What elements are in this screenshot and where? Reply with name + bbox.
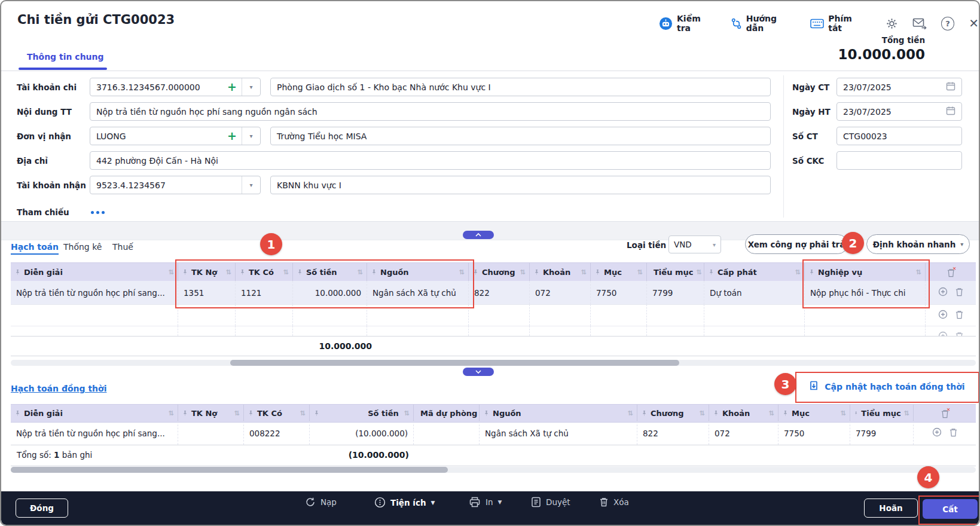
reload-button[interactable]: Nạp xyxy=(305,497,337,507)
cell-khoan[interactable]: 072 xyxy=(709,421,778,445)
col-khoan[interactable]: Khoản⇅ xyxy=(530,263,591,282)
col-tk-co[interactable]: TK Có⇅ xyxy=(236,263,293,282)
hscrollbar-thumb[interactable] xyxy=(230,360,679,366)
cell-nguon[interactable]: Ngân sách Xã tự chủ xyxy=(367,281,469,304)
col-nguon[interactable]: Nguồn⇅ xyxy=(480,405,637,422)
postpone-button[interactable]: Hoãn xyxy=(864,499,918,518)
delete-row-icon[interactable] xyxy=(949,427,958,439)
cell-nguon[interactable]: Ngân sách Xã tự chủ xyxy=(480,421,637,445)
col-khoan[interactable]: Khoản⇅ xyxy=(709,405,778,422)
cell-tieu-muc[interactable]: 7799 xyxy=(647,281,704,304)
col-so-tien[interactable]: Số tiền⇅ xyxy=(310,405,414,422)
add-row-icon[interactable] xyxy=(938,331,948,336)
col-muc[interactable]: Mục⇅ xyxy=(591,263,647,282)
cell-dien-giai[interactable]: Nộp trả tiền từ nguồn học phí sang... xyxy=(11,421,178,445)
settings-icon[interactable] xyxy=(886,17,898,30)
add-row-icon[interactable] xyxy=(938,310,948,321)
hscrollbar-thumb[interactable] xyxy=(11,467,448,473)
tai-khoan-chi-name-field[interactable]: Phòng Giao dịch số 1 - Kho bạc Nhà nước … xyxy=(270,78,771,96)
xem-cong-no-button[interactable]: Xem công nợ phải trả xyxy=(745,234,848,254)
col-actions[interactable]: ✕ xyxy=(926,263,976,282)
cell-tk-co[interactable]: 1121 xyxy=(236,281,293,304)
calendar-icon[interactable] xyxy=(946,106,955,117)
delete-row-icon[interactable] xyxy=(955,287,964,298)
hach-toan-dong-thoi-link[interactable]: Hạch toán đồng thời xyxy=(11,384,106,393)
don-vi-nhan-name-field[interactable]: Trường Tiểu học MISA xyxy=(270,127,771,145)
dinh-khoan-nhanh-button[interactable]: Định khoản nhanh ▾ xyxy=(866,234,970,254)
calendar-icon[interactable] xyxy=(946,81,955,93)
dong-thoi-row-1[interactable]: Nộp trả tiền từ nguồn học phí sang... 00… xyxy=(11,421,976,445)
cell-muc[interactable]: 7750 xyxy=(778,421,850,445)
add-unit-icon[interactable]: + xyxy=(222,130,242,142)
cell-cap-phat[interactable]: Dự toán xyxy=(704,281,805,304)
tai-khoan-nhan-name-field[interactable]: KBNN khu vực I xyxy=(270,176,771,194)
tab-thue[interactable]: Thuế xyxy=(112,242,133,252)
col-ma-du-phong[interactable]: Mã dự phòng⇅ xyxy=(414,405,480,422)
hach-toan-row-3[interactable] xyxy=(11,326,976,336)
cell-tk-no[interactable]: 1351 xyxy=(178,281,236,304)
cap-nhat-dong-thoi-button[interactable]: Cập nhật hạch toán đồng thời xyxy=(796,373,977,400)
tab-hach-toan[interactable]: Hạch toán xyxy=(11,242,59,255)
close-icon[interactable]: ✕ xyxy=(969,16,979,30)
chevron-down-icon[interactable]: ▾ xyxy=(242,127,260,145)
col-tieu-muc[interactable]: Tiểu mục⇅ xyxy=(647,263,704,282)
expand-section-pill[interactable] xyxy=(463,368,494,376)
ngay-ct-field[interactable]: 23/07/2025 xyxy=(836,78,962,96)
cell-chuong[interactable]: 822 xyxy=(469,281,530,304)
delete-row-icon[interactable] xyxy=(955,310,964,321)
cell-muc[interactable]: 7750 xyxy=(591,281,647,304)
utilities-button[interactable]: Tiện ích ▼ xyxy=(374,497,435,508)
cell-so-tien[interactable]: 10.000.000 xyxy=(293,281,367,304)
col-actions[interactable]: ✕ xyxy=(914,405,976,422)
cell-ma-du-phong[interactable] xyxy=(414,421,480,445)
cell-tk-no[interactable] xyxy=(178,421,244,445)
close-button[interactable]: Đóng xyxy=(16,499,68,518)
col-dien-giai[interactable]: Diễn giải⇅ xyxy=(11,405,178,422)
cell-khoan[interactable]: 072 xyxy=(530,281,591,304)
delete-row-icon[interactable] xyxy=(955,331,964,336)
tab-thong-tin-chung[interactable]: Thông tin chung xyxy=(27,52,104,62)
col-muc[interactable]: Mục⇅ xyxy=(778,405,850,422)
ngay-ht-field[interactable]: 23/07/2025 xyxy=(836,102,962,121)
check-button[interactable]: Kiểm tra xyxy=(659,14,716,33)
add-row-icon[interactable] xyxy=(938,287,948,298)
col-dien-giai[interactable]: Diễn giải⇅ xyxy=(11,263,178,282)
col-cap-phat[interactable]: Cấp phát⇅ xyxy=(704,263,805,282)
add-account-icon[interactable]: + xyxy=(222,81,242,93)
don-vi-nhan-combo[interactable]: LUONG + ▾ xyxy=(90,127,261,145)
col-tk-no[interactable]: TK Nợ⇅ xyxy=(178,263,236,282)
cell-so-tien[interactable]: (10.000.000) xyxy=(310,421,414,445)
more-options-icon[interactable] xyxy=(91,211,105,214)
shortcut-button[interactable]: Phím tắt xyxy=(810,14,867,33)
chevron-down-icon[interactable]: ▾ xyxy=(242,176,260,194)
hach-toan-row-1[interactable]: Nộp trả tiền từ nguồn học phí sang... 13… xyxy=(11,281,976,305)
tab-thong-ke[interactable]: Thống kê xyxy=(63,242,102,252)
print-button[interactable]: In ▼ xyxy=(469,496,502,508)
col-tk-no[interactable]: TK Nợ⇅ xyxy=(178,405,244,422)
tai-khoan-nhan-combo[interactable]: 9523.4.1234567 ▾ xyxy=(90,176,261,194)
dia-chi-field[interactable]: 442 phường Đội Cấn - Hà Nội xyxy=(90,151,771,170)
cell-tieu-muc[interactable]: 7799 xyxy=(850,421,914,445)
noi-dung-tt-field[interactable]: Nộp trả tiền từ nguồn học phí sang nguồn… xyxy=(90,102,771,121)
hach-toan-hscrollbar[interactable] xyxy=(11,360,976,366)
col-nguon[interactable]: Nguồn⇅ xyxy=(367,263,469,282)
col-so-tien[interactable]: Số tiền⇅ xyxy=(293,263,367,282)
feedback-mail-icon[interactable] xyxy=(912,17,927,29)
chevron-down-icon[interactable]: ▾ xyxy=(242,78,260,96)
hach-toan-row-2[interactable] xyxy=(11,304,976,326)
save-button[interactable]: Cất xyxy=(923,499,978,519)
cell-chuong[interactable]: 822 xyxy=(637,421,709,445)
col-nghiep-vu[interactable]: Nghiệp vụ⇅ xyxy=(805,263,926,282)
cell-dien-giai[interactable]: Nộp trả tiền từ nguồn học phí sang... xyxy=(11,281,178,304)
guide-button[interactable]: Hướng dẫn xyxy=(731,14,796,33)
col-chuong[interactable]: Chương⇅ xyxy=(469,263,530,282)
approve-button[interactable]: Duyệt xyxy=(531,497,570,507)
tai-khoan-chi-combo[interactable]: 3716.3.1234567.000000 + ▾ xyxy=(90,78,261,96)
col-tk-co[interactable]: TK Có⇅ xyxy=(244,405,310,422)
currency-select[interactable]: VND ▾ xyxy=(668,236,721,253)
cell-tk-co[interactable]: 008222 xyxy=(244,421,310,445)
col-chuong[interactable]: Chương⇅ xyxy=(637,405,709,422)
add-row-icon[interactable] xyxy=(932,427,942,439)
so-ckc-field[interactable] xyxy=(836,151,962,170)
col-tieu-muc[interactable]: Tiểu mục⇅ xyxy=(850,405,914,422)
